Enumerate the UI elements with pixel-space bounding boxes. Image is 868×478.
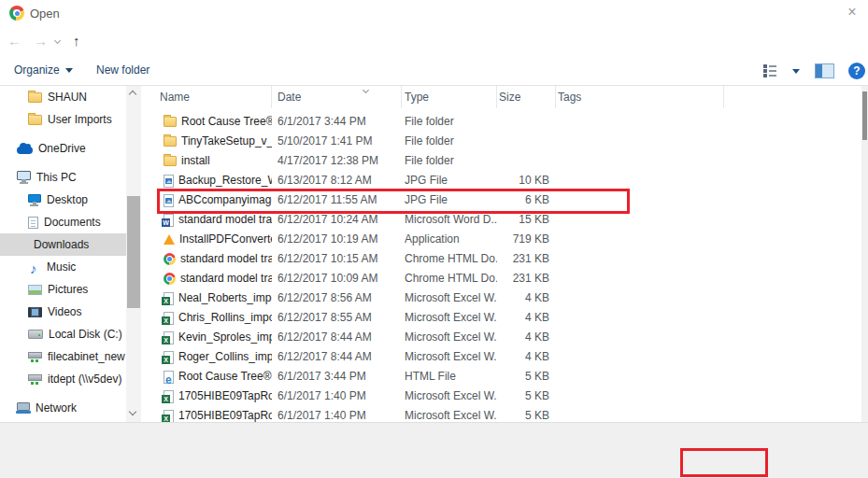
close-icon[interactable]: ×	[842, 2, 862, 22]
sidebar-item[interactable]: Documents	[0, 211, 126, 233]
sidebar-item[interactable]: Music	[0, 256, 126, 278]
file-type: Application	[402, 230, 497, 249]
file-list-scrollbar[interactable]	[861, 86, 868, 422]
file-date: 6/12/2017 10:09 AM	[272, 269, 402, 288]
forward-button[interactable]: →	[34, 32, 48, 50]
file-row[interactable]: Neal_Roberts_import 6/12/2017 8:56 AM Mi…	[141, 288, 861, 308]
sidebar-item-label: itdept (\\v5dev)	[48, 368, 121, 390]
file-type: File folder	[402, 132, 497, 151]
file-type: File folder	[402, 112, 497, 132]
sidebar-item-icon	[28, 194, 41, 203]
sidebar-item-label: Videos	[48, 301, 81, 323]
file-type: Microsoft Excel W...	[402, 406, 497, 422]
recent-locations-icon[interactable]	[54, 37, 61, 44]
file-type-icon	[164, 390, 174, 403]
scroll-up-icon[interactable]	[129, 91, 136, 98]
chrome-app-icon	[9, 6, 24, 21]
file-row[interactable]: ABCcompanyimage 6/12/2017 11:55 AM JPG F…	[141, 190, 861, 210]
file-date: 6/12/2017 11:55 AM	[272, 190, 402, 210]
file-row[interactable]: standard model trai... 6/12/2017 10:15 A…	[141, 249, 861, 269]
navigation-bar: ← → ↑ › This PC › Downloads Search Downl…	[0, 26, 868, 56]
file-date: 6/12/2017 10:24 AM	[272, 210, 402, 230]
preview-pane-icon[interactable]	[815, 63, 834, 78]
sidebar-item-label: Downloads	[34, 233, 89, 256]
sidebar-item-icon	[28, 374, 42, 381]
sidebar-item[interactable]: This PC	[0, 166, 126, 189]
file-size: 4 KB	[497, 328, 556, 347]
file-row[interactable]: standard model trai... 6/12/2017 10:24 A…	[141, 210, 861, 230]
navigation-pane: SHAUN User Imports OneDrive This PC Desk…	[0, 86, 126, 422]
sidebar-item-icon	[17, 171, 31, 180]
column-header-date[interactable]: Date	[272, 86, 402, 108]
sidebar-scrollbar[interactable]	[126, 86, 141, 422]
file-size	[497, 132, 556, 151]
scrollbar-thumb[interactable]	[862, 91, 867, 140]
sidebar-item[interactable]: User Imports	[0, 108, 126, 131]
file-row[interactable]: TinyTakeSetup_v_4_... 5/10/2017 1:41 PM …	[141, 132, 861, 151]
sidebar-item[interactable]: SHAUN	[0, 86, 126, 108]
file-size: 719 KB	[497, 230, 556, 249]
file-type-icon	[164, 156, 177, 166]
file-row[interactable]: 1705HIBE09TapRoo... 6/1/2017 1:40 PM Mic…	[141, 406, 861, 422]
sidebar-item[interactable]: Videos	[0, 301, 126, 323]
sidebar-item-icon	[28, 352, 42, 358]
file-type: Chrome HTML Do...	[402, 269, 497, 288]
file-type-icon	[164, 371, 174, 384]
column-header-size[interactable]: Size	[497, 86, 556, 108]
back-button[interactable]: ←	[7, 32, 21, 50]
sidebar-item[interactable]: Local Disk (C:)	[0, 323, 126, 345]
sidebar-item[interactable]: filecabinet_new	[0, 345, 126, 368]
file-row[interactable]: Kevin_Sproles_import 6/12/2017 8:44 AM M…	[141, 328, 861, 347]
new-folder-button[interactable]: New folder	[96, 56, 149, 85]
dialog-title: Open	[30, 7, 60, 21]
sidebar-item[interactable]: itdept (\\v5dev)	[0, 368, 126, 390]
file-row[interactable]: Root Cause Tree® -... 6/1/2017 3:44 PM F…	[141, 112, 861, 132]
file-type: Microsoft Excel W...	[402, 387, 497, 406]
sidebar-item[interactable]: Network	[0, 397, 126, 419]
view-options-dropdown-icon[interactable]	[792, 69, 800, 74]
file-type-icon	[164, 136, 177, 147]
file-name: Neal_Roberts_import	[178, 288, 272, 308]
file-row[interactable]: Roger_Collins_import 6/12/2017 8:44 AM M…	[141, 347, 861, 367]
file-name: standard model trai...	[180, 249, 272, 269]
file-type-icon	[164, 214, 174, 227]
file-row[interactable]: Chris_Rollins_import 6/12/2017 8:55 AM M…	[141, 308, 861, 328]
file-row[interactable]: InstallPDFConverter... 6/12/2017 10:19 A…	[141, 230, 861, 249]
file-type: JPG File	[402, 190, 497, 210]
file-name: standard model trai...	[180, 269, 272, 288]
file-row[interactable]: Root Cause Tree® -... 6/1/2017 3:44 PM H…	[141, 367, 861, 387]
scroll-down-icon[interactable]	[129, 408, 136, 415]
file-row[interactable]: Backup_Restore_Wi... 6/13/2017 8:12 AM J…	[141, 171, 861, 190]
column-header-name[interactable]: Name	[141, 86, 272, 108]
file-name: Roger_Collins_import	[178, 347, 272, 367]
file-name: 1705HIBE09TapRoo...	[178, 387, 272, 406]
column-header-type[interactable]: Type	[402, 86, 497, 108]
file-row[interactable]: 1705HIBE09TapRoo... 6/1/2017 1:40 PM Mic…	[141, 387, 861, 406]
help-icon[interactable]: ?	[848, 63, 865, 79]
sidebar-item[interactable]: Desktop	[0, 189, 126, 211]
scrollbar-thumb[interactable]	[127, 196, 140, 308]
file-name: install	[181, 151, 210, 171]
organize-button[interactable]: Organize	[14, 56, 73, 85]
file-type-icon	[164, 351, 174, 364]
file-row[interactable]: standard model trai... 6/12/2017 10:09 A…	[141, 269, 861, 288]
sidebar-item[interactable]: Downloads	[0, 233, 126, 256]
details-view-icon[interactable]	[763, 64, 776, 77]
file-row[interactable]: install 4/17/2017 12:38 PM File folder	[141, 151, 861, 171]
sidebar-item-icon	[28, 92, 42, 103]
sidebar-item-label: SHAUN	[48, 86, 87, 108]
sidebar-item[interactable]: Pictures	[0, 278, 126, 301]
sidebar-item[interactable]: OneDrive	[0, 137, 126, 160]
up-button[interactable]: ↑	[73, 32, 80, 50]
column-header-tags[interactable]: Tags	[556, 86, 724, 108]
file-name: Chris_Rollins_import	[178, 308, 272, 328]
file-type-icon	[164, 312, 174, 325]
chevron-down-icon	[65, 68, 73, 73]
file-size: 10 KB	[497, 171, 556, 190]
file-date: 6/1/2017 1:40 PM	[272, 406, 402, 422]
file-date: 6/13/2017 8:12 AM	[272, 171, 402, 190]
sidebar-item-icon	[28, 115, 42, 125]
file-type: File folder	[402, 151, 497, 171]
sidebar-item-icon	[28, 330, 43, 339]
file-type: Microsoft Excel W...	[402, 308, 497, 328]
